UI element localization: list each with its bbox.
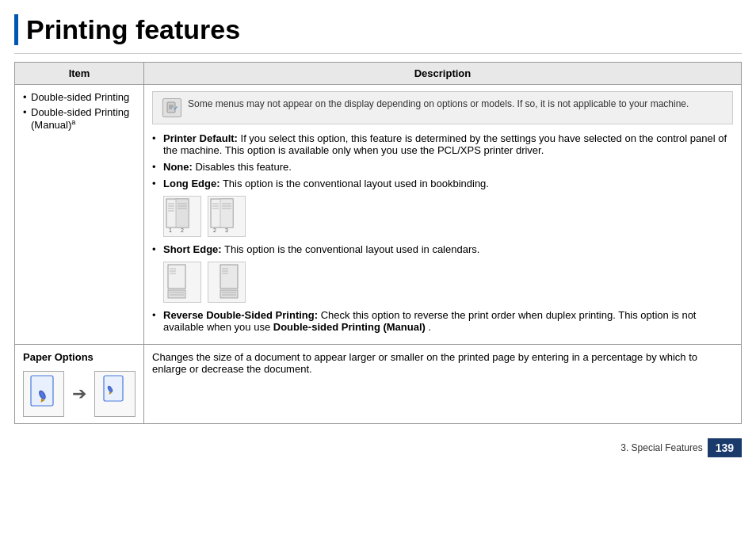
svg-text:2: 2	[213, 227, 216, 233]
bullet-text: This option is the conventional layout u…	[223, 178, 489, 189]
item-cell-doublesided: Double-sided Printing Double-sided Print…	[15, 85, 144, 345]
bullet-bold-end: Double-sided Printing (Manual)	[273, 321, 426, 333]
footer-chapter: 3. Special Features	[620, 442, 702, 453]
col-header-item: Item	[15, 63, 144, 85]
paper-options-desc: Changes the size of a document to appear…	[152, 351, 697, 375]
svg-rect-30	[168, 290, 185, 298]
desc-bullets-3: Reverse Double-Sided Printing: Check thi…	[152, 309, 733, 333]
table-row: Paper Options	[15, 345, 742, 424]
long-edge-images: 1 2	[163, 196, 733, 237]
bullet-bold: Printer Default:	[163, 132, 238, 144]
item-list: Double-sided Printing Double-sided Print…	[23, 91, 136, 131]
svg-text:3: 3	[225, 227, 228, 233]
notice-icon	[162, 98, 181, 117]
footer: 3. Special Features 139	[0, 432, 756, 464]
page-container: Printing features Item Description Doubl…	[0, 0, 756, 432]
bullet-text-end: .	[429, 321, 432, 333]
long-edge-img-2: 2 3	[208, 196, 246, 237]
desc-bullet-none: None: Disables this feature.	[152, 161, 733, 173]
table-row: Double-sided Printing Double-sided Print…	[15, 85, 742, 345]
main-table: Item Description Double-sided Printing D…	[14, 62, 742, 424]
notice-text: Some menus may not appear on the display…	[188, 98, 689, 109]
desc-bullet-long-edge: Long Edge: This option is the convention…	[152, 178, 733, 189]
short-edge-diagram-1	[165, 263, 200, 301]
item-text: Double-sided Printing	[31, 91, 129, 103]
bullet-text: If you select this option, this feature …	[163, 132, 727, 156]
paper-img-after	[94, 371, 136, 417]
desc-bullet-printer-default: Printer Default: If you select this opti…	[152, 132, 733, 156]
paper-after-icon	[99, 374, 131, 414]
svg-rect-26	[168, 265, 185, 289]
svg-text:1: 1	[169, 227, 172, 233]
desc-bullet-reverse: Reverse Double-Sided Printing: Check thi…	[152, 309, 733, 333]
duplex-diagram-1: 1 2	[165, 197, 200, 235]
short-edge-diagram-2	[209, 263, 244, 301]
svg-rect-44	[104, 376, 123, 401]
bullet-text: This option is the conventional layout u…	[224, 243, 479, 255]
bullet-bold: Reverse Double-Sided Printing:	[163, 309, 318, 321]
svg-text:2: 2	[181, 227, 184, 233]
bullet-text: Disables this feature.	[195, 161, 291, 173]
paper-img-before	[23, 371, 64, 417]
svg-rect-17	[220, 199, 233, 227]
list-item: Double-sided Printing (Manual)a	[23, 106, 136, 131]
paper-before-icon	[28, 374, 59, 414]
bullet-bold: Short Edge:	[163, 243, 222, 255]
desc-bullets-2: Short Edge: This option is the conventio…	[152, 243, 733, 255]
description-cell-doublesided: Some menus may not appear on the display…	[144, 85, 742, 345]
description-cell-paper-options: Changes the size of a document to appear…	[144, 345, 742, 424]
footer-page-number: 139	[708, 438, 742, 457]
item-cell-paper-options: Paper Options	[15, 345, 144, 424]
duplex-diagram-2: 2 3	[209, 197, 244, 235]
svg-rect-33	[220, 265, 238, 289]
col-header-description: Description	[144, 63, 742, 85]
item-text: Double-sided Printing (Manual)a	[31, 106, 129, 131]
svg-rect-6	[176, 199, 189, 227]
svg-rect-37	[220, 290, 238, 298]
note-icon	[166, 101, 178, 114]
short-edge-img-1	[163, 262, 201, 303]
long-edge-img-1: 1 2	[163, 196, 201, 237]
page-title: Printing features	[14, 14, 742, 45]
paper-options-images: ➔	[23, 371, 136, 417]
desc-bullets: Printer Default: If you select this opti…	[152, 132, 733, 189]
notice-box: Some menus may not appear on the display…	[152, 91, 733, 124]
short-edge-images	[163, 262, 733, 303]
title-divider	[14, 53, 742, 54]
superscript: a	[71, 118, 75, 126]
bullet-bold: None:	[163, 161, 193, 173]
desc-bullet-short-edge: Short Edge: This option is the conventio…	[152, 243, 733, 255]
item-text: Paper Options	[23, 351, 94, 363]
arrow-right-icon: ➔	[72, 384, 86, 404]
short-edge-img-2	[208, 262, 246, 303]
list-item: Double-sided Printing	[23, 91, 136, 103]
bullet-bold: Long Edge:	[163, 178, 220, 189]
paper-options-label: Paper Options	[23, 351, 136, 363]
